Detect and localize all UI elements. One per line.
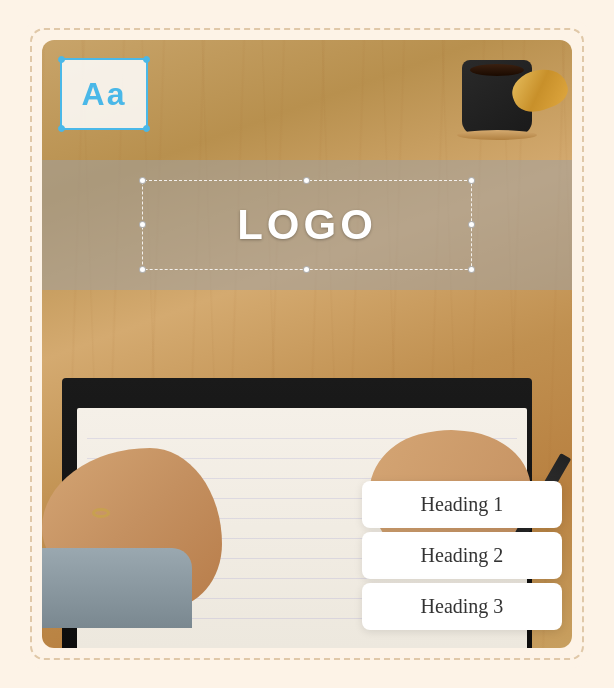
fi-handle-tr (143, 56, 150, 63)
logo-overlay: LOGO (42, 160, 572, 290)
logo-text: LOGO (237, 201, 377, 249)
handle-bm (303, 266, 310, 273)
croissant (512, 70, 572, 120)
heading-3-label: Heading 3 (421, 595, 504, 617)
handle-br (468, 266, 475, 273)
logo-selection-box[interactable]: LOGO (142, 180, 472, 270)
heading-card-2[interactable]: Heading 2 (362, 532, 562, 579)
font-indicator[interactable]: Aa (60, 58, 148, 130)
handle-tm (303, 177, 310, 184)
heading-card-1[interactable]: Heading 1 (362, 481, 562, 528)
handle-tl (139, 177, 146, 184)
handle-mr (468, 221, 475, 228)
design-card: LOGO Aa Heading 1 Heading 2 Heading 3 (22, 20, 592, 668)
heading-cards: Heading 1 Heading 2 Heading 3 (362, 481, 562, 630)
heading-card-3[interactable]: Heading 3 (362, 583, 562, 630)
fi-handle-br (143, 125, 150, 132)
photo-area: LOGO Aa Heading 1 Heading 2 Heading 3 (42, 40, 572, 648)
fi-handle-tl (58, 56, 65, 63)
handle-ml (139, 221, 146, 228)
font-indicator-text: Aa (82, 76, 127, 113)
fi-handle-bl (58, 125, 65, 132)
handle-bl (139, 266, 146, 273)
hand-left (42, 448, 242, 628)
heading-2-label: Heading 2 (421, 544, 504, 566)
heading-1-label: Heading 1 (421, 493, 504, 515)
handle-tr (468, 177, 475, 184)
